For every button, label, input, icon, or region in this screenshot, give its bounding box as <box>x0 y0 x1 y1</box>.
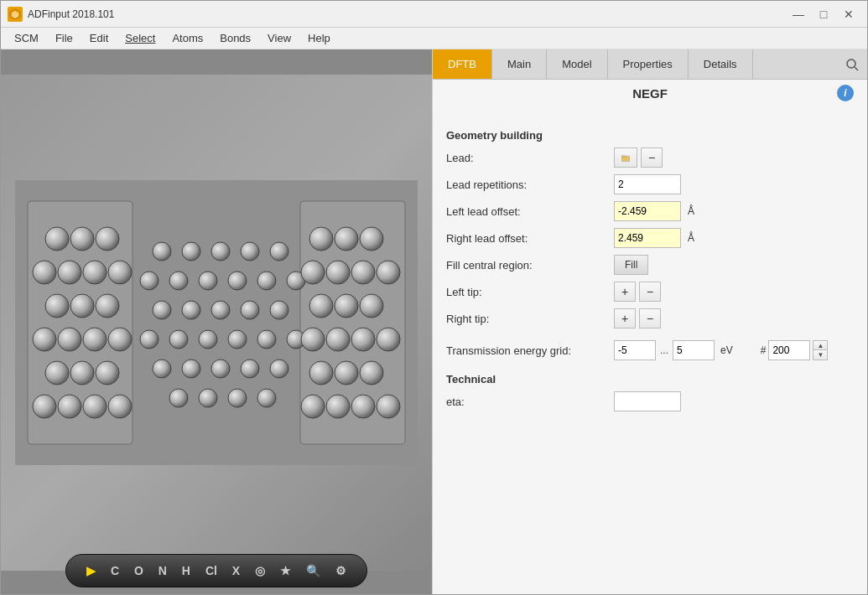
svg-point-51 <box>241 360 259 378</box>
svg-point-21 <box>96 361 119 385</box>
count-spinner[interactable]: ▲ ▼ <box>813 340 828 360</box>
right-tip-minus-button[interactable]: − <box>639 308 661 329</box>
geometry-building-label: Geometry building <box>446 129 854 142</box>
svg-point-41 <box>270 301 288 319</box>
unknown-tool[interactable]: X <box>232 564 240 577</box>
svg-point-44 <box>199 330 217 349</box>
search-tool[interactable]: 🔍 <box>306 564 320 577</box>
left-lead-offset-input[interactable] <box>614 201 681 221</box>
svg-line-79 <box>855 67 858 70</box>
lead-repetitions-label: Lead repetitions: <box>446 178 614 191</box>
svg-point-63 <box>377 261 400 284</box>
fill-central-region-label: Fill central region: <box>446 259 614 272</box>
svg-point-65 <box>335 294 358 318</box>
count-spinner-down[interactable]: ▼ <box>813 350 827 360</box>
minimize-button[interactable]: — <box>787 5 810 23</box>
tab-properties[interactable]: Properties <box>608 49 689 79</box>
settings-tool[interactable]: ⚙ <box>335 564 346 577</box>
svg-point-71 <box>309 361 333 385</box>
svg-point-27 <box>182 242 200 261</box>
svg-point-35 <box>257 272 276 290</box>
eta-label: eta: <box>446 396 614 408</box>
transmission-to-input[interactable] <box>673 340 715 360</box>
menu-file[interactable]: File <box>49 30 80 46</box>
right-lead-offset-input[interactable] <box>614 228 681 248</box>
svg-point-7 <box>96 227 119 251</box>
transmission-from-input[interactable] <box>614 340 656 360</box>
lead-repetitions-row: Lead repetitions: <box>446 173 854 195</box>
svg-point-59 <box>360 227 383 251</box>
lead-folder-button[interactable] <box>614 147 637 168</box>
window-controls: — □ ✕ <box>787 5 860 23</box>
viewport[interactable] <box>1 75 432 571</box>
svg-point-11 <box>108 261 132 284</box>
left-lead-offset-label: Left lead offset: <box>446 205 614 218</box>
svg-point-14 <box>96 294 119 318</box>
svg-point-69 <box>351 328 375 351</box>
lead-repetitions-input[interactable] <box>614 174 681 194</box>
maximize-button[interactable]: □ <box>812 5 835 23</box>
transmission-count-input[interactable] <box>768 340 810 360</box>
carbon-tool[interactable]: C <box>111 564 119 577</box>
left-tip-minus-button[interactable]: − <box>639 282 661 302</box>
count-spinner-up[interactable]: ▲ <box>813 341 827 350</box>
tab-details[interactable]: Details <box>689 49 753 79</box>
svg-point-38 <box>182 301 200 319</box>
svg-point-74 <box>301 395 325 418</box>
close-button[interactable]: ✕ <box>837 5 860 23</box>
menu-atoms[interactable]: Atoms <box>165 30 210 46</box>
eta-row: eta: <box>446 391 854 412</box>
menu-edit[interactable]: Edit <box>83 30 115 46</box>
right-panel: DFTB Main Model Properties Details <box>432 49 867 595</box>
cursor-tool[interactable]: ▶ <box>86 564 96 577</box>
svg-point-42 <box>140 330 159 349</box>
svg-point-49 <box>182 360 200 378</box>
svg-point-6 <box>70 227 94 251</box>
svg-point-31 <box>140 272 159 290</box>
menu-select[interactable]: Select <box>118 30 162 46</box>
svg-point-77 <box>377 395 400 418</box>
svg-point-58 <box>335 227 358 251</box>
svg-point-57 <box>309 227 333 251</box>
svg-point-5 <box>45 227 69 251</box>
svg-point-53 <box>169 389 188 407</box>
chlorine-tool[interactable]: Cl <box>205 564 217 577</box>
ring-tool[interactable]: ◎ <box>255 564 265 577</box>
svg-rect-81 <box>621 155 625 157</box>
svg-point-75 <box>326 395 350 418</box>
svg-point-15 <box>33 328 56 351</box>
svg-point-26 <box>153 242 171 261</box>
right-tip-plus-button[interactable]: + <box>614 308 636 329</box>
menu-bonds[interactable]: Bonds <box>213 30 257 46</box>
svg-point-48 <box>153 360 171 378</box>
hydrogen-tool[interactable]: H <box>182 564 190 577</box>
svg-point-19 <box>45 361 69 385</box>
svg-point-56 <box>257 389 276 407</box>
svg-point-40 <box>241 301 259 319</box>
menu-help[interactable]: Help <box>301 30 337 46</box>
eta-input[interactable] <box>614 391 681 411</box>
oxygen-tool[interactable]: O <box>134 564 143 577</box>
star-tool[interactable]: ★ <box>280 564 291 577</box>
search-button[interactable] <box>837 49 867 79</box>
svg-point-24 <box>83 395 107 418</box>
main-layout: ▶ C O N H Cl X ◎ ★ 🔍 ⚙ DFTB Main Model <box>1 49 867 595</box>
svg-point-52 <box>270 360 288 378</box>
right-tip-row: Right tip: + − <box>446 308 854 329</box>
menu-scm[interactable]: SCM <box>8 30 45 46</box>
tab-main[interactable]: Main <box>492 49 547 79</box>
info-button[interactable]: i <box>837 85 854 101</box>
technical-label: Technical <box>446 373 854 385</box>
tab-model[interactable]: Model <box>547 49 607 79</box>
tab-dftb[interactable]: DFTB <box>433 49 492 79</box>
molecule-view <box>15 180 418 465</box>
svg-point-34 <box>228 272 247 290</box>
svg-point-37 <box>153 301 171 319</box>
lead-minus-button[interactable]: − <box>641 147 663 168</box>
svg-point-28 <box>211 242 230 261</box>
panel-title: NEGF <box>632 86 668 101</box>
menu-view[interactable]: View <box>261 30 298 46</box>
nitrogen-tool[interactable]: N <box>159 564 167 577</box>
fill-button[interactable]: Fill <box>614 255 648 275</box>
left-tip-plus-button[interactable]: + <box>614 282 636 302</box>
